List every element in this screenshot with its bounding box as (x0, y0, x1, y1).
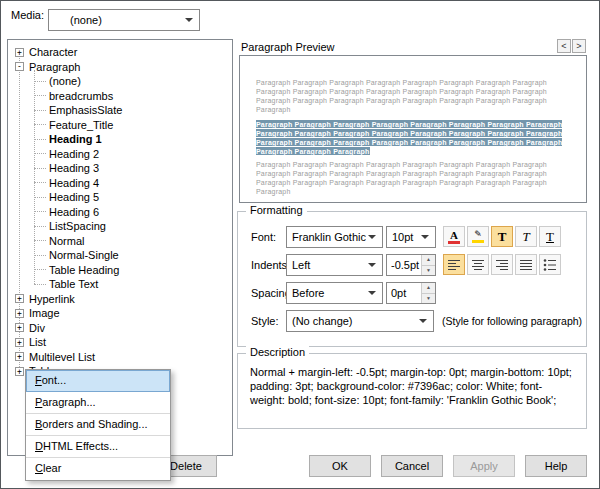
align-left-icon (447, 259, 461, 271)
preview-line: Paragraph Paragraph Paragraph Paragraph … (256, 178, 570, 187)
align-left-button[interactable] (443, 254, 465, 275)
expand-icon[interactable]: + (15, 323, 24, 332)
italic-button[interactable]: T (515, 226, 537, 247)
bold-button[interactable]: T (491, 226, 513, 247)
collapse-icon[interactable]: - (15, 62, 24, 71)
tree-connector (34, 139, 46, 140)
preview-line: Paragraph Paragraph Paragraph Paragraph … (256, 87, 570, 96)
indent-amount-spinner[interactable]: -0.5pt ▲ ▼ (386, 254, 436, 276)
tree-item-heading-1[interactable]: Heading 1 (8, 132, 232, 147)
spin-down-icon[interactable]: ▼ (422, 294, 435, 304)
tree-item-label: Heading 2 (49, 148, 99, 160)
expand-icon[interactable]: + (15, 309, 24, 318)
tree-item-label: breadcrumbs (49, 90, 113, 102)
style-select[interactable]: (No change) (286, 310, 434, 332)
media-label: Media: (11, 4, 44, 26)
tree-item-heading-5[interactable]: Heading 5 (8, 190, 232, 205)
underline-icon: T (546, 229, 554, 244)
tree-item-hyperlink[interactable]: + Hyperlink (8, 292, 232, 307)
menu-item-borders-and-shading[interactable]: Borders and Shading... (26, 414, 170, 436)
tree-guide-line (34, 70, 35, 284)
highlight-pen-icon: ✎ (474, 230, 482, 239)
tree-connector (34, 168, 46, 169)
bullet-list-icon (543, 259, 557, 271)
spin-down-icon[interactable]: ▼ (422, 266, 435, 276)
description-group: Description Normal + margin-left: -0.5pt… (237, 353, 587, 429)
font-color-icon: A (450, 230, 458, 240)
indents-select[interactable]: Left (286, 254, 383, 276)
expand-icon[interactable]: + (15, 367, 24, 376)
tree-item-feature-title[interactable]: Feature_Title (8, 118, 232, 133)
tree-connector (34, 81, 46, 82)
preview-prev-button[interactable]: < (557, 39, 571, 53)
cancel-button[interactable]: Cancel (381, 455, 443, 477)
tree-item-heading-6[interactable]: Heading 6 (8, 205, 232, 220)
tree-item-list[interactable]: + List (8, 335, 232, 350)
preview-highlight-line: Paragraph Paragraph Paragraph Paragraph … (256, 119, 570, 128)
tree-item-label: Multilevel List (29, 351, 95, 363)
tree-item-table-text[interactable]: Table Text (8, 277, 232, 292)
chevron-down-icon (419, 319, 427, 323)
preview-line: Paragraph Paragraph Paragraph Paragraph … (256, 96, 570, 105)
tree-item-image[interactable]: + Image (8, 306, 232, 321)
tree-item-listspacing[interactable]: ListSpacing (8, 219, 232, 234)
media-select[interactable]: (none) (48, 9, 200, 31)
menu-item-clear[interactable]: Clear (26, 458, 170, 480)
menu-item-label: orders and Shading... (42, 418, 147, 430)
font-select[interactable]: Franklin Gothic B (286, 226, 383, 248)
expand-icon[interactable]: + (15, 338, 24, 347)
spin-up-icon[interactable]: ▲ (422, 255, 435, 266)
indents-label: Indents: (251, 254, 290, 276)
tree-item-normal-single[interactable]: Normal-Single (8, 248, 232, 263)
tree-item-breadcrumbs[interactable]: breadcrumbs (8, 89, 232, 104)
tree-connector (34, 269, 46, 270)
menu-item-font[interactable]: Font... (26, 370, 170, 392)
underline-button[interactable]: T (539, 226, 561, 247)
preview-line: Paragraph Paragraph Paragraph Paragraph … (256, 169, 570, 178)
tree-connector (34, 182, 46, 183)
menu-item-dhtml-effects[interactable]: DHTML Effects... (26, 436, 170, 458)
font-size-select[interactable]: 10pt (386, 226, 436, 248)
expand-icon[interactable]: + (15, 352, 24, 361)
tree-item-heading-4[interactable]: Heading 4 (8, 176, 232, 191)
font-size-value: 10pt (392, 231, 419, 243)
expand-icon[interactable]: + (15, 48, 24, 57)
tree-item-none[interactable]: (none) (8, 74, 232, 89)
justify-button[interactable] (515, 254, 537, 275)
font-color-button[interactable]: A (443, 226, 465, 247)
bullet-list-button[interactable] (539, 254, 561, 275)
tree-item-character[interactable]: + Character (8, 45, 232, 60)
spacing-select[interactable]: Before (286, 282, 383, 304)
spin-up-icon[interactable]: ▲ (422, 283, 435, 294)
spacing-amount-spinner[interactable]: 0pt ▲ ▼ (386, 282, 436, 304)
tree-item-heading-3[interactable]: Heading 3 (8, 161, 232, 176)
expand-icon[interactable]: + (15, 294, 24, 303)
tree-item-label: (none) (49, 75, 81, 87)
tree-item-multilevel-list[interactable]: + Multilevel List (8, 350, 232, 365)
preview-line: Paragraph (256, 187, 570, 196)
tree-item-table-heading[interactable]: Table Heading (8, 263, 232, 278)
highlight-button[interactable]: ✎ (467, 226, 489, 247)
align-center-button[interactable] (467, 254, 489, 275)
tree-item-normal[interactable]: Normal (8, 234, 232, 249)
tree-item-paragraph[interactable]: - Paragraph (8, 60, 232, 75)
ok-button[interactable]: OK (309, 455, 371, 477)
help-button[interactable]: Help (525, 455, 587, 477)
align-right-icon (495, 259, 509, 271)
menu-item-paragraph[interactable]: Paragraph... (26, 392, 170, 414)
preview-line: Paragraph Paragraph Paragraph Paragraph … (256, 78, 570, 87)
menu-item-label: HTML Effects... (43, 440, 118, 452)
tree-item-label: Heading 1 (49, 133, 102, 145)
tree-item-emphasisslate[interactable]: EmphasisSlate (8, 103, 232, 118)
tree-item-heading-2[interactable]: Heading 2 (8, 147, 232, 162)
align-right-button[interactable] (491, 254, 513, 275)
tree-item-div[interactable]: + Div (8, 321, 232, 336)
align-center-icon (471, 259, 485, 271)
chevron-down-icon (368, 235, 376, 239)
chevron-down-icon (368, 291, 376, 295)
preview-next-button[interactable]: > (572, 39, 586, 53)
menu-accelerator: D (35, 440, 43, 452)
tree-item-label: Paragraph (29, 61, 80, 73)
modify-style-dialog: Media: (none) + Character - Paragraph (n… (0, 0, 600, 489)
tree-item-label: Hyperlink (29, 293, 75, 305)
